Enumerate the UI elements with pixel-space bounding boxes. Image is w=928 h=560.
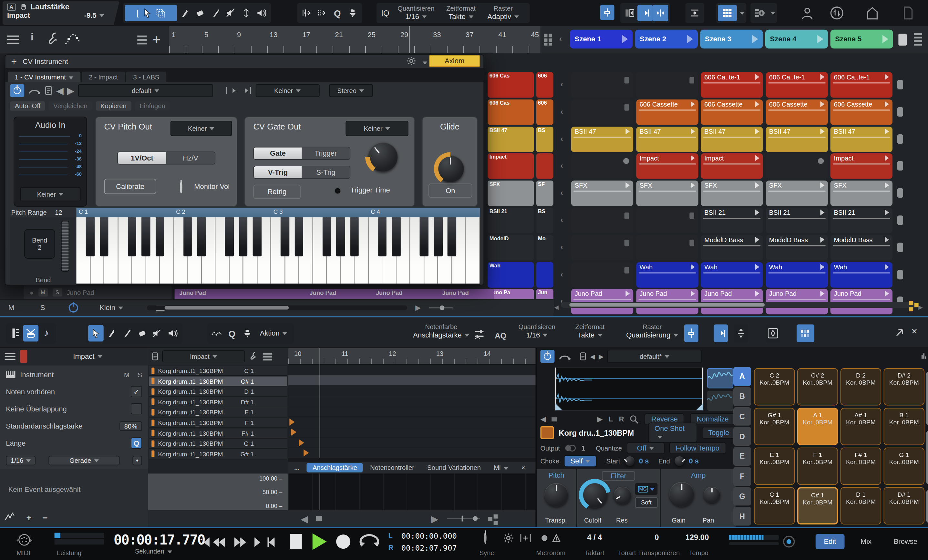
editor-raster-setting[interactable]: Raster Quantisierung — [626, 323, 678, 340]
trig-mode-toggle[interactable]: V-TrigS-Trig — [253, 166, 350, 179]
editor-mute-tool[interactable] — [150, 325, 165, 341]
stop-slot-icon[interactable] — [689, 240, 694, 246]
black-key[interactable] — [322, 217, 331, 256]
stretch-range-icon[interactable] — [314, 5, 330, 21]
launcher-empty-cell[interactable] — [766, 153, 827, 179]
gear-icon[interactable] — [406, 56, 416, 66]
soft-button[interactable]: Soft — [635, 497, 658, 508]
autoscroll-button[interactable] — [600, 5, 615, 20]
pattern-settings-button[interactable] — [766, 324, 780, 342]
prop-mute-button[interactable]: M — [124, 371, 130, 378]
clip-play-icon[interactable] — [755, 183, 759, 188]
clip-play-icon[interactable] — [755, 291, 759, 297]
aq-toggle[interactable]: AQ — [495, 331, 506, 340]
launcher-empty-cell[interactable] — [636, 72, 698, 98]
preset-select[interactable]: default — [78, 84, 213, 97]
sample-pad[interactable]: C 1Kor..0BPM — [754, 487, 795, 524]
sampler-preset-file-icon[interactable] — [579, 352, 586, 361]
launcher-clip-cell[interactable]: 606 Cassette — [766, 99, 827, 125]
arrange-h-scrollbar[interactable] — [147, 305, 407, 310]
wave-scroll-handle[interactable] — [552, 417, 557, 421]
pad-bank-g[interactable]: G — [733, 487, 751, 506]
clip-play-icon[interactable] — [690, 155, 694, 161]
row-stop-button[interactable] — [897, 107, 903, 116]
trigger-time-knob[interactable] — [368, 142, 398, 172]
gate-out-select[interactable]: Keiner — [345, 121, 408, 136]
launcher-clip-cell[interactable]: Impact — [701, 153, 763, 179]
arrange-clip-thumbnail[interactable] — [536, 262, 553, 287]
launcher-clip-cell[interactable]: 606 Cassette — [701, 99, 763, 125]
black-key[interactable] — [197, 217, 206, 256]
param-value[interactable]: -9.5 — [84, 11, 104, 20]
record-slot-icon[interactable] — [623, 158, 629, 164]
sampler-next-icon[interactable]: ▶ — [599, 352, 604, 360]
black-key[interactable] — [378, 217, 387, 256]
clip-play-icon[interactable] — [820, 74, 824, 80]
row-stop-button[interactable] — [897, 134, 903, 143]
launcher-clip-cell[interactable]: ModelD Bass — [766, 235, 827, 260]
launcher-clip-cell[interactable]: ModelD Bass — [830, 235, 893, 260]
clip-play-icon[interactable] — [885, 210, 889, 215]
sample-pad[interactable]: D 2Kor..0BPM — [841, 368, 881, 405]
scene-launch-button[interactable]: Szene 1 — [570, 30, 633, 49]
track-list-icon[interactable] — [137, 35, 147, 37]
white-key[interactable] — [466, 217, 480, 284]
launcher-clip-cell[interactable]: BSII 47 — [701, 126, 763, 152]
main-time-display[interactable]: 00:00:17.770 — [114, 532, 205, 548]
start-knob[interactable] — [625, 456, 634, 466]
row-stop-button[interactable] — [897, 188, 903, 198]
pitch-range-value[interactable]: 12 — [55, 209, 62, 216]
ed-scroll-left[interactable]: ◀ — [301, 513, 308, 524]
editor-ruler[interactable]: 1011121314 — [288, 348, 536, 365]
channel-r-button[interactable]: R — [619, 415, 624, 423]
black-key[interactable] — [253, 217, 261, 256]
eraser-tool-button[interactable] — [192, 5, 208, 21]
launcher-clip-cell[interactable]: Wah — [766, 262, 827, 287]
curve-tool-icon[interactable] — [5, 513, 15, 521]
clip-play-icon[interactable] — [690, 264, 694, 270]
scene-launch-button[interactable]: Szene 2 — [635, 30, 698, 49]
sample-pad[interactable]: A 1Kor..0BPM — [797, 408, 838, 445]
pitch-out-select[interactable]: Keiner — [171, 121, 232, 136]
glide-knob[interactable] — [437, 155, 464, 182]
launcher-empty-cell[interactable] — [571, 72, 633, 98]
black-key[interactable] — [392, 217, 401, 256]
scroll-right-icon[interactable]: ▶ — [415, 304, 421, 312]
output-route-icon[interactable] — [240, 86, 252, 95]
pad-bank-h[interactable]: H — [733, 507, 751, 525]
black-key[interactable] — [142, 217, 150, 256]
retrig-button[interactable]: Retrig — [253, 185, 301, 199]
expand-horizontal-button[interactable] — [653, 5, 669, 21]
clip-play-icon[interactable] — [820, 101, 824, 107]
precount-icon[interactable] — [519, 533, 531, 543]
clip-play-icon[interactable] — [755, 74, 759, 80]
sample-pad[interactable]: G# 1Kor..0BPM — [754, 408, 795, 445]
tempo-value[interactable]: 129.00 — [685, 533, 709, 542]
lane-tab[interactable]: Sound-Variationen — [421, 463, 487, 472]
stop-all-scenes-button[interactable] — [898, 34, 907, 46]
editor-q-icon[interactable]: Q — [224, 325, 240, 341]
launcher-row-collapse-icon[interactable]: ‹ — [560, 270, 563, 278]
launcher-clip-cell[interactable]: Wah — [701, 262, 763, 287]
grid-view-caret[interactable] — [737, 8, 745, 18]
controller-lane-icon[interactable] — [473, 329, 485, 340]
launcher-row-collapse-icon[interactable]: ‹ — [560, 243, 563, 251]
toggle-button[interactable]: Toggle — [702, 427, 736, 439]
sample-pad[interactable]: C 2Kor..0BPM — [754, 368, 795, 405]
plugin-power-button[interactable] — [10, 84, 24, 97]
scene-launch-button[interactable]: Szene 5 — [830, 30, 893, 49]
lane-tabs-close-icon[interactable]: × — [515, 463, 531, 472]
lane-list-icon[interactable] — [263, 352, 272, 354]
transport-gear-icon[interactable] — [503, 533, 514, 543]
ruler-grid-icon[interactable] — [543, 33, 553, 46]
arrange-clip-thumbnail[interactable]: 606 — [536, 72, 553, 98]
black-key[interactable] — [295, 217, 303, 256]
velocity-value-field[interactable]: 80% — [119, 421, 142, 430]
preview-checkbox[interactable]: ✓ — [131, 386, 142, 397]
pad-bank-d[interactable]: D — [733, 427, 751, 446]
arrange-clip-thumbnail[interactable]: BS — [536, 126, 553, 152]
calibrate-button[interactable]: Calibrate — [104, 179, 156, 194]
clip-play-icon[interactable] — [820, 210, 824, 215]
arrange-clip-thumbnail[interactable]: 606 Cas — [488, 99, 534, 125]
launcher-clip-cell[interactable]: 606 Cassette — [636, 99, 698, 125]
